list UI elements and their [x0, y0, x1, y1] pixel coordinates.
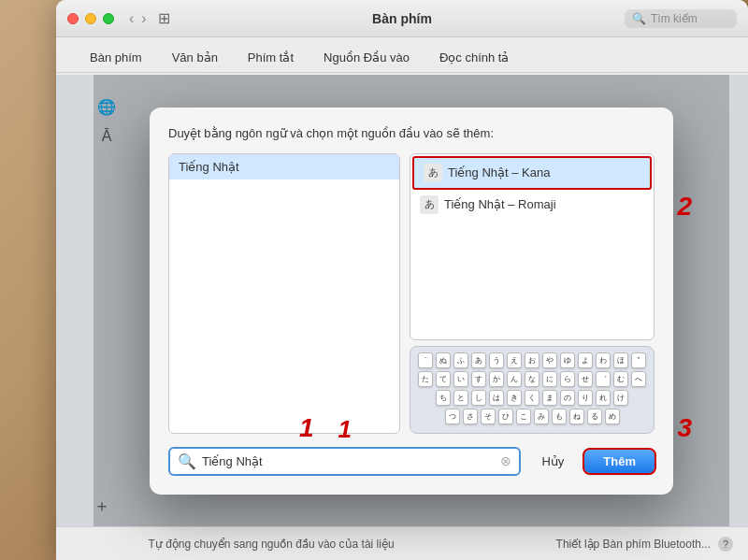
- key: み: [534, 409, 549, 424]
- key: ぬ: [436, 352, 451, 368]
- key: せ: [578, 371, 593, 387]
- bluetooth-link[interactable]: Thiết lập Bàn phím Bluetooth...: [556, 538, 711, 551]
- nav-arrows: ‹ ›: [127, 10, 149, 27]
- romaji-icon: あ: [420, 195, 439, 214]
- keyboard-row-2: た て い す か ん な に ら せ ゛ む へ: [418, 371, 646, 387]
- add-button[interactable]: Thêm: [584, 450, 654, 473]
- search-input-container[interactable]: 🔍 ⊗: [168, 447, 521, 476]
- zoom-button[interactable]: [103, 13, 114, 24]
- annotation-number-1: 1: [299, 413, 314, 442]
- help-button[interactable]: ?: [718, 537, 733, 552]
- search-area: 🔍 ⊗ 1: [168, 447, 521, 476]
- key: す: [471, 371, 486, 387]
- close-button[interactable]: [67, 13, 79, 24]
- key: ほ: [613, 352, 628, 368]
- key: こ: [516, 409, 531, 424]
- keyboard-row-1: ` ぬ ふ あ う え お や ゆ よ わ ほ ": [418, 352, 646, 368]
- key: に: [542, 371, 557, 387]
- annotation-2-area: 2: [677, 192, 692, 222]
- key: む: [613, 371, 628, 387]
- modal-overlay: Duyệt bằng ngôn ngữ và chọn một nguồn đầ…: [94, 75, 729, 526]
- keyboard-row-4: つ さ そ ひ こ み も ね る め: [418, 409, 646, 424]
- key: は: [489, 390, 504, 406]
- source-column: あ Tiếng Nhật – Kana あ Tiếng Nhật – Romaj…: [410, 153, 654, 434]
- modal-bottom: 🔍 ⊗ 1 Hủy Thêm: [168, 447, 654, 476]
- grid-icon[interactable]: ⊞: [158, 9, 170, 27]
- bottom-right-area: Thiết lập Bàn phím Bluetooth... ?: [556, 537, 733, 552]
- key: い: [453, 371, 468, 387]
- key: て: [436, 371, 451, 387]
- key: ま: [542, 390, 557, 406]
- key: り: [578, 390, 593, 406]
- tab-text[interactable]: Văn bản: [157, 45, 233, 72]
- key: ゆ: [560, 352, 575, 368]
- title-bar: ‹ › ⊞ Bàn phím 🔍 Tìm kiếm: [56, 0, 748, 37]
- source-list[interactable]: あ Tiếng Nhật – Kana あ Tiếng Nhật – Romaj…: [410, 153, 654, 340]
- key: し: [471, 390, 486, 406]
- forward-arrow[interactable]: ›: [139, 10, 148, 27]
- key: き: [507, 390, 522, 406]
- source-label-kana: Tiếng Nhật – Kana: [448, 165, 550, 179]
- keyboard-preview: ` ぬ ふ あ う え お や ゆ よ わ ほ ": [410, 346, 654, 434]
- main-window: ‹ › ⊞ Bàn phím 🔍 Tìm kiếm Bàn phím Văn b…: [56, 0, 748, 560]
- key: め: [605, 409, 620, 424]
- key: ": [631, 352, 646, 368]
- search-icon: 🔍: [632, 12, 646, 25]
- key: そ: [481, 409, 496, 424]
- minimize-button[interactable]: [85, 13, 96, 24]
- source-label-romaji: Tiếng Nhật – Romaji: [444, 197, 556, 211]
- key: ね: [569, 409, 584, 424]
- key: お: [525, 352, 539, 368]
- annotation-number-3: 3: [677, 413, 692, 442]
- title-search[interactable]: 🔍 Tìm kiếm: [625, 9, 737, 28]
- key: あ: [471, 352, 486, 368]
- tab-dictation[interactable]: Đọc chính tả: [424, 45, 525, 72]
- keyboard-row-3: ち と し は き く ま の り れ け: [418, 390, 646, 406]
- search-placeholder: Tìm kiếm: [651, 12, 698, 25]
- key: る: [587, 409, 602, 424]
- key: へ: [631, 371, 646, 387]
- source-item-kana[interactable]: あ Tiếng Nhật – Kana: [412, 156, 652, 190]
- key: た: [418, 371, 433, 387]
- key: や: [542, 352, 557, 368]
- key: よ: [578, 352, 593, 368]
- lang-item-japanese[interactable]: Tiếng Nhật: [169, 154, 399, 179]
- key: う: [489, 352, 504, 368]
- key: く: [525, 390, 539, 406]
- search-input[interactable]: [202, 454, 495, 468]
- key: か: [489, 371, 504, 387]
- language-list[interactable]: Tiếng Nhật: [168, 153, 400, 434]
- key: ん: [507, 371, 522, 387]
- key: `: [418, 352, 433, 368]
- key: の: [560, 390, 575, 406]
- key: ゛: [596, 371, 611, 387]
- key: ふ: [453, 352, 468, 368]
- key: え: [507, 352, 522, 368]
- annotation-1: 1: [338, 415, 351, 444]
- key: と: [453, 390, 468, 406]
- tab-input[interactable]: Nguồn Đầu vào: [309, 45, 424, 72]
- cancel-button[interactable]: Hủy: [530, 450, 575, 473]
- clear-button[interactable]: ⊗: [500, 453, 511, 468]
- lang-label: Tiếng Nhật: [179, 160, 239, 174]
- add-area: Thêm: [584, 450, 654, 473]
- modal-title: Duyệt bằng ngôn ngữ và chọn một nguồn đầ…: [168, 126, 654, 140]
- key: な: [525, 371, 539, 387]
- key: さ: [463, 409, 478, 424]
- back-arrow[interactable]: ‹: [127, 10, 136, 27]
- source-item-romaji[interactable]: あ Tiếng Nhật – Romaji: [410, 190, 654, 220]
- key: つ: [445, 409, 460, 424]
- key: れ: [596, 390, 611, 406]
- tab-shortcuts[interactable]: Phím tắt: [233, 45, 309, 72]
- key: ひ: [498, 409, 513, 424]
- key: も: [552, 409, 567, 424]
- tabs-bar: Bàn phím Văn bản Phím tắt Nguồn Đầu vào …: [56, 37, 748, 73]
- bottom-bar: Tự động chuyển sang nguồn đầu vào của tà…: [56, 526, 748, 560]
- traffic-lights: [67, 13, 114, 24]
- key: け: [613, 390, 628, 406]
- search-icon: 🔍: [178, 452, 196, 470]
- annotation-number-2: 2: [677, 192, 692, 221]
- key: ら: [560, 371, 575, 387]
- tab-keyboard[interactable]: Bàn phím: [75, 45, 157, 72]
- annotation-3-area: 3: [677, 413, 692, 443]
